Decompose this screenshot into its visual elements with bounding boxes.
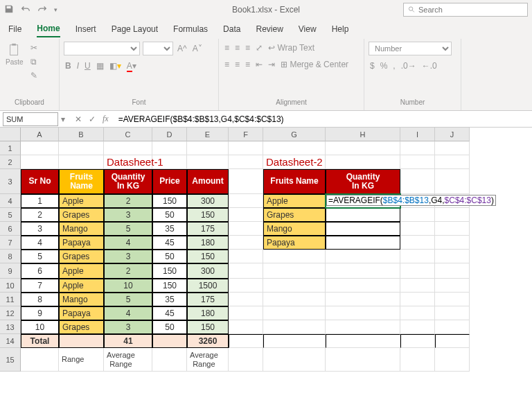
- cell-E10[interactable]: 1500: [187, 279, 229, 293]
- cell[interactable]: [229, 250, 263, 263]
- cell[interactable]: [435, 263, 470, 279]
- cell-A10[interactable]: 7: [21, 279, 59, 293]
- cell-G5[interactable]: Grapes: [263, 208, 326, 222]
- cell[interactable]: [326, 141, 400, 155]
- cell-A8[interactable]: 5: [21, 250, 59, 263]
- increase-indent-icon[interactable]: ⇥: [267, 58, 276, 71]
- cell[interactable]: [326, 279, 400, 293]
- cell[interactable]: [263, 334, 326, 348]
- cell[interactable]: [263, 306, 326, 320]
- cell[interactable]: [326, 306, 400, 320]
- cell[interactable]: [400, 250, 435, 263]
- cell-total-amount[interactable]: 3260: [187, 334, 229, 348]
- copy-icon[interactable]: ⧉: [29, 55, 39, 68]
- hdr-qty[interactable]: QuantityIn KG: [104, 169, 152, 194]
- cell-E9[interactable]: 300: [187, 263, 229, 279]
- cell[interactable]: [59, 141, 104, 155]
- align-bottom-icon[interactable]: ≡: [244, 42, 251, 54]
- tab-insert[interactable]: Insert: [76, 21, 96, 37]
- cell[interactable]: [326, 348, 400, 372]
- tab-home[interactable]: Home: [37, 21, 60, 37]
- fill-color-icon[interactable]: ◧▾: [108, 60, 123, 72]
- row-header-9[interactable]: 9: [0, 263, 21, 279]
- cell-A12[interactable]: 9: [21, 306, 59, 320]
- currency-icon[interactable]: $: [369, 60, 376, 72]
- name-box[interactable]: SUM: [3, 112, 58, 126]
- cell[interactable]: [326, 320, 400, 334]
- row-header-2[interactable]: 2: [0, 155, 21, 169]
- cell[interactable]: [229, 222, 263, 236]
- cell-A6[interactable]: 3: [21, 222, 59, 236]
- cell[interactable]: [400, 208, 435, 222]
- cell[interactable]: [152, 334, 187, 348]
- cell-total-label[interactable]: Total: [21, 334, 59, 348]
- row-header-7[interactable]: 7: [0, 236, 21, 250]
- note-avg2[interactable]: AverageRange: [187, 348, 229, 372]
- cell[interactable]: [263, 263, 326, 279]
- cell[interactable]: [400, 222, 435, 236]
- cell[interactable]: [400, 306, 435, 320]
- cell-G4[interactable]: Apple: [263, 194, 326, 208]
- cell-E11[interactable]: 175: [187, 293, 229, 306]
- font-family-select[interactable]: [64, 42, 140, 55]
- cell[interactable]: [263, 320, 326, 334]
- col-header-A[interactable]: A: [21, 128, 59, 141]
- save-icon[interactable]: [4, 4, 14, 16]
- cell[interactable]: [229, 279, 263, 293]
- col-header-I[interactable]: I: [400, 128, 435, 141]
- cell[interactable]: [263, 279, 326, 293]
- datasheet1-title[interactable]: Datasheet-1: [104, 155, 152, 169]
- row-header-12[interactable]: 12: [0, 306, 21, 320]
- cell-H7[interactable]: [326, 236, 400, 250]
- cell-B11[interactable]: Mango: [59, 293, 104, 306]
- cell[interactable]: [400, 155, 435, 169]
- percent-icon[interactable]: %: [379, 60, 389, 72]
- cell-H6[interactable]: [326, 222, 400, 236]
- cell-H4-selected[interactable]: =AVERAGEIF($B$4:$B$13,G4,$C$4:$C$13): [326, 194, 400, 208]
- cell[interactable]: [229, 293, 263, 306]
- cell-C11[interactable]: 5: [104, 293, 152, 306]
- cell[interactable]: [435, 155, 470, 169]
- format-painter-icon[interactable]: ✎: [29, 69, 39, 82]
- hdr-amount[interactable]: Amount: [187, 169, 229, 194]
- cell-G6[interactable]: Mango: [263, 222, 326, 236]
- col-header-E[interactable]: E: [187, 128, 229, 141]
- cell[interactable]: [229, 236, 263, 250]
- cell-G7[interactable]: Papaya: [263, 236, 326, 250]
- cell[interactable]: [229, 348, 263, 372]
- col-header-C[interactable]: C: [104, 128, 152, 141]
- cell[interactable]: [435, 222, 470, 236]
- cell[interactable]: [400, 141, 435, 155]
- cell[interactable]: [435, 141, 470, 155]
- cell[interactable]: [263, 250, 326, 263]
- row-header-13[interactable]: 13: [0, 320, 21, 334]
- cell[interactable]: [435, 334, 470, 348]
- tab-view[interactable]: View: [299, 21, 317, 37]
- cell[interactable]: [152, 141, 187, 155]
- cell-D13[interactable]: 50: [152, 320, 187, 334]
- decrease-decimal-icon[interactable]: ←.0: [420, 60, 438, 72]
- qat-dropdown-icon[interactable]: ▾: [54, 6, 57, 13]
- cell[interactable]: [435, 169, 470, 194]
- col-header-B[interactable]: B: [59, 128, 104, 141]
- cell[interactable]: [229, 263, 263, 279]
- note-range[interactable]: Range: [59, 348, 104, 372]
- cell-B7[interactable]: Papaya: [59, 236, 104, 250]
- cell-C12[interactable]: 4: [104, 306, 152, 320]
- merge-center-button[interactable]: ⊞ Merge & Center: [279, 58, 350, 71]
- tab-pagelayout[interactable]: Page Layout: [112, 21, 158, 37]
- cell-D7[interactable]: 45: [152, 236, 187, 250]
- number-format-select[interactable]: Number: [369, 42, 452, 55]
- cell[interactable]: [400, 348, 435, 372]
- cell[interactable]: [263, 348, 326, 372]
- cell-E5[interactable]: 150: [187, 208, 229, 222]
- cell[interactable]: [435, 306, 470, 320]
- cell-C4[interactable]: 2: [104, 194, 152, 208]
- row-header-14[interactable]: 14: [0, 334, 21, 348]
- cell-H5[interactable]: [326, 208, 400, 222]
- cell[interactable]: [229, 194, 263, 208]
- cell[interactable]: [229, 208, 263, 222]
- increase-decimal-icon[interactable]: .0→: [400, 60, 418, 72]
- row-header-8[interactable]: 8: [0, 250, 21, 263]
- cell-B6[interactable]: Mango: [59, 222, 104, 236]
